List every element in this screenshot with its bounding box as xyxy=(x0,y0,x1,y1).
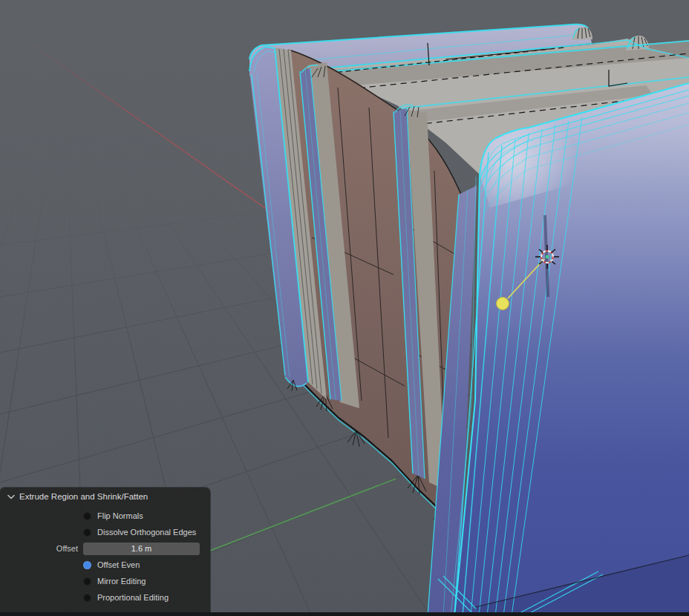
offset-label: Offset xyxy=(0,544,83,553)
option-row-offset-even: Offset Even xyxy=(0,557,210,573)
proportional-editing-label: Proportional Editing xyxy=(97,593,169,602)
editor-bottom-edge xyxy=(0,612,689,616)
operator-panel[interactable]: Extrude Region and Shrink/Fatten Flip No… xyxy=(0,488,210,616)
dissolve-orthogonal-edges-label: Dissolve Orthogonal Edges xyxy=(97,528,196,537)
operator-panel-header[interactable]: Extrude Region and Shrink/Fatten xyxy=(0,488,210,505)
operator-panel-title: Extrude Region and Shrink/Fatten xyxy=(19,492,148,501)
option-row-flip-normals: Flip Normals xyxy=(0,508,210,524)
proportional-editing-checkbox[interactable] xyxy=(83,594,91,602)
offset-value-field[interactable]: 1.6 m xyxy=(83,543,200,555)
option-row-dissolve-orthogonal-edges: Dissolve Orthogonal Edges xyxy=(0,524,210,540)
option-row-proportional-editing: Proportional Editing xyxy=(0,589,210,606)
flip-normals-label: Flip Normals xyxy=(97,511,143,520)
option-row-offset: Offset 1.6 m xyxy=(0,540,210,557)
mirror-editing-checkbox[interactable] xyxy=(83,577,91,586)
offset-even-label: Offset Even xyxy=(97,560,140,569)
option-row-mirror-editing: Mirror Editing xyxy=(0,573,210,589)
offset-even-checkbox[interactable] xyxy=(83,561,91,569)
mirror-editing-label: Mirror Editing xyxy=(97,577,146,586)
blender-3d-viewport[interactable]: Extrude Region and Shrink/Fatten Flip No… xyxy=(0,0,689,616)
chevron-down-icon[interactable] xyxy=(6,491,16,502)
dissolve-orthogonal-edges-checkbox[interactable] xyxy=(83,528,91,537)
gizmo-handle[interactable] xyxy=(497,298,509,310)
flip-normals-checkbox[interactable] xyxy=(83,512,91,520)
